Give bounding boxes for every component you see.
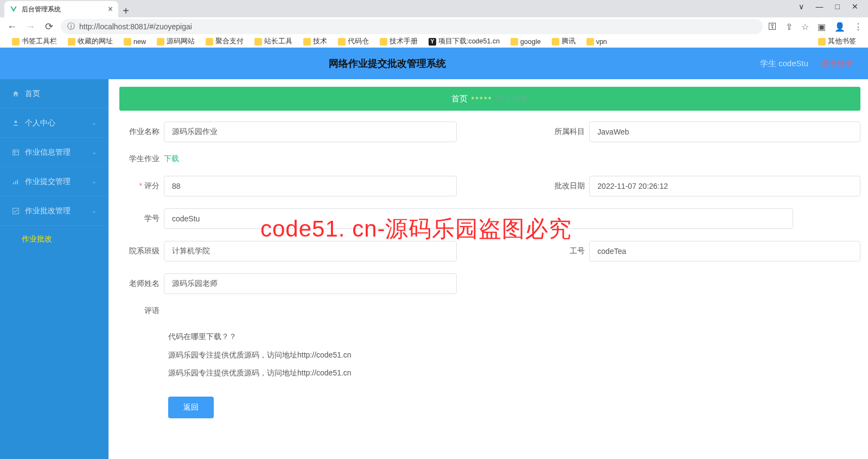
bookmarks-bar: 书签工具栏 收藏的网址 new 源码网站 聚合支付 站长工具 技术 代码仓 技术…	[0, 36, 868, 48]
input-tname[interactable]	[164, 273, 457, 294]
sidebar-item-profile[interactable]: 个人中心 ⌄	[0, 109, 108, 138]
window-maximize-icon[interactable]: □	[835, 2, 840, 17]
sidebar-item-assign-info[interactable]: 作业信息管理 ⌄	[0, 138, 108, 167]
bookmark-item[interactable]: new	[118, 38, 151, 46]
label-tname: 老师姓名	[119, 279, 164, 289]
nav-forward-icon: →	[24, 21, 37, 33]
input-score[interactable]	[164, 176, 457, 196]
input-date[interactable]	[589, 176, 860, 196]
crumb-home[interactable]: 首页	[451, 94, 468, 104]
app-header: 网络作业提交批改管理系统 学生 codeStu 退出登录	[0, 48, 868, 79]
bars-icon	[12, 178, 20, 186]
svg-rect-3	[15, 181, 16, 184]
tab-title: 后台管理系统	[22, 5, 61, 14]
bookmark-item[interactable]: 收藏的网址	[62, 37, 118, 46]
bookmark-item[interactable]: Y项目下载:code51.cn	[423, 37, 505, 46]
sidebar-label: 作业信息管理	[25, 148, 71, 157]
folder-icon	[157, 38, 164, 46]
crumb-sep: *****	[471, 94, 492, 104]
label-sid: 学号	[119, 214, 164, 224]
browser-tab[interactable]: 后台管理系统 ×	[4, 1, 118, 17]
folder-icon	[510, 38, 518, 46]
label-file: 学生作业	[119, 154, 164, 164]
bookmark-item[interactable]: 聚合支付	[200, 37, 249, 46]
folder-icon	[124, 38, 131, 46]
sidebar-item-submit[interactable]: 作业提交管理 ⌄	[0, 167, 108, 196]
table-icon	[12, 149, 20, 156]
folder-icon	[586, 38, 594, 46]
sidebar-item-grade[interactable]: 作业批改管理 ⌄	[0, 196, 108, 226]
window-minimize-icon[interactable]: —	[816, 2, 824, 17]
sidebar: 首页 个人中心 ⌄ 作业信息管理 ⌄ 作业提交管理 ⌄ 作业批改管理 ⌄ 作业批…	[0, 79, 108, 459]
bookmark-item[interactable]: 代码仓	[333, 37, 374, 46]
input-subject[interactable]	[589, 122, 860, 142]
profile-icon[interactable]: 👤	[834, 22, 845, 32]
bookmark-item[interactable]: 技术	[298, 37, 333, 46]
share-icon[interactable]: ⇪	[786, 22, 793, 32]
svg-point-0	[15, 120, 17, 123]
comment-line: 源码乐园专注提供优质源码，访问地址http://code51.cn	[168, 364, 860, 382]
bookmark-other[interactable]: 其他书签	[813, 37, 861, 46]
sidebar-label: 作业批改管理	[25, 206, 71, 216]
window-controls: ∨ — □ ✕	[799, 0, 868, 17]
sidebar-label: 首页	[25, 89, 40, 99]
tab-strip: 后台管理系统 × +	[0, 0, 133, 17]
label-subject: 所属科目	[548, 127, 589, 137]
sidebar-label: 个人中心	[25, 118, 55, 128]
chevron-down-icon: ⌄	[92, 149, 97, 156]
user-icon	[12, 119, 20, 127]
input-sid[interactable]	[164, 208, 793, 229]
bookmark-item[interactable]: vpn	[581, 38, 612, 46]
bookmark-item[interactable]: google	[505, 38, 546, 46]
info-icon[interactable]: ⓘ	[67, 22, 75, 31]
nav-back-icon[interactable]: ←	[5, 21, 18, 33]
svg-rect-4	[17, 180, 18, 184]
star-icon[interactable]: ☆	[801, 22, 809, 32]
address-bar: ← → ⟳ ⓘ http://localhost:8081/#/zuoyepig…	[0, 17, 868, 36]
bookmark-item[interactable]: 腾讯	[546, 37, 581, 46]
download-link[interactable]: 下载	[164, 154, 179, 164]
window-chevron-icon[interactable]: ∨	[799, 2, 804, 17]
sidepanel-icon[interactable]: ▣	[818, 22, 826, 32]
chevron-down-icon: ⌄	[92, 119, 97, 126]
tab-close-icon[interactable]: ×	[108, 4, 113, 14]
input-name[interactable]	[164, 122, 457, 142]
bookmark-item[interactable]: 源码网站	[151, 37, 200, 46]
input-dept[interactable]	[164, 241, 457, 262]
folder-icon	[68, 38, 75, 46]
vue-favicon-icon	[10, 5, 17, 13]
label-name: 作业名称	[119, 127, 164, 137]
logout-link[interactable]: 退出登录	[820, 59, 853, 69]
chevron-down-icon: ⌄	[92, 178, 97, 185]
input-tid[interactable]	[589, 241, 860, 262]
label-tid: 工号	[548, 246, 589, 256]
main-content: 首页 ***** 作业批改 作业名称 所属科目 学生作业 下载 评分	[108, 79, 868, 459]
url-text: http://localhost:8081/#/zuoyepigai	[79, 22, 192, 31]
app-title: 网络作业提交批改管理系统	[15, 57, 760, 70]
folder-icon	[254, 38, 262, 46]
folder-icon	[380, 38, 387, 46]
url-input[interactable]: ⓘ http://localhost:8081/#/zuoyepigai	[61, 19, 763, 34]
window-close-icon[interactable]: ✕	[852, 2, 858, 17]
crumb-current: 作业批改	[496, 94, 528, 104]
menu-icon[interactable]: ⋮	[854, 22, 863, 32]
new-tab-button[interactable]: +	[118, 5, 133, 17]
comment-line: 源码乐园专注提供优质源码，访问地址http://code51.cn	[168, 346, 860, 365]
key-icon[interactable]: ⚿	[768, 22, 777, 32]
folder-icon	[303, 38, 311, 46]
back-button[interactable]: 返回	[168, 397, 214, 418]
nav-reload-icon[interactable]: ⟳	[42, 21, 55, 33]
chevron-down-icon: ⌄	[92, 207, 97, 214]
label-comment: 评语	[119, 306, 164, 316]
sidebar-item-home[interactable]: 首页	[0, 79, 108, 109]
user-info: 学生 codeStu	[760, 59, 808, 69]
sidebar-subitem-grade[interactable]: 作业批改	[0, 226, 108, 253]
folder-icon	[338, 38, 346, 46]
browser-chrome: 后台管理系统 × + ∨ — □ ✕ ← → ⟳ ⓘ http://localh…	[0, 0, 868, 48]
svg-rect-2	[13, 182, 14, 184]
label-score: 评分	[119, 181, 164, 191]
check-icon	[12, 207, 20, 215]
bookmark-item[interactable]: 书签工具栏	[7, 37, 62, 46]
bookmark-item[interactable]: 站长工具	[249, 37, 298, 46]
bookmark-item[interactable]: 技术手册	[374, 37, 423, 46]
